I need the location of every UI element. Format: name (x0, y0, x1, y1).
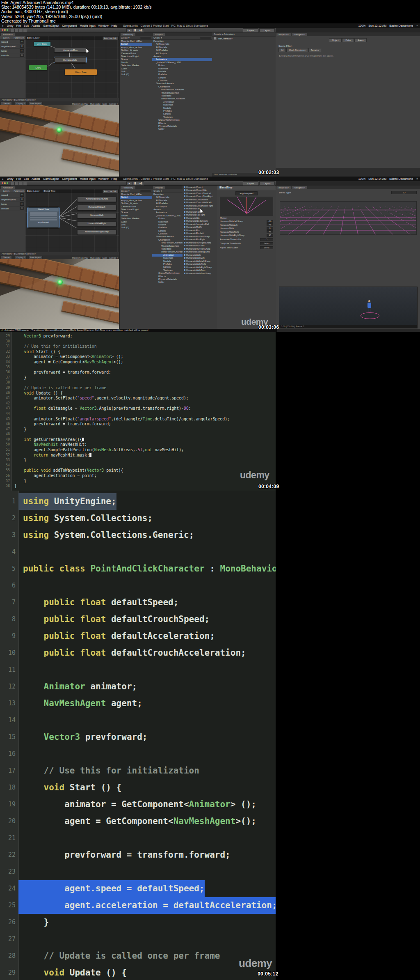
pause-button[interactable]: ▌▌ (132, 181, 138, 186)
animation-clip-item[interactable]: HumanoidIdle (183, 216, 217, 220)
project-tree-item[interactable]: CrossPlatformInput (152, 119, 212, 122)
project-tree-item[interactable]: All Prefabs (152, 202, 183, 205)
menu-item[interactable]: Edit (24, 177, 29, 180)
project-tree-item[interactable]: RollerBall (152, 94, 212, 97)
project-tree-item[interactable]: All Prefabs (152, 49, 212, 52)
tab-game[interactable]: Game (1, 102, 11, 105)
motion-row[interactable]: HumanoidWalkLeftSharp-90 (217, 220, 276, 223)
animation-clip-item[interactable]: HumanoidStandingJump (183, 250, 217, 254)
search-input[interactable] (200, 37, 211, 39)
animator-parameter[interactable]: angularspeed0 (0, 44, 25, 49)
blend-motion-node[interactable]: HumanoidWalkRightSharp (77, 230, 116, 235)
tab-hierarchy[interactable]: Hierarchy (121, 186, 135, 189)
project-tree-item[interactable]: Characters (152, 85, 212, 88)
animation-clip-item[interactable]: HumanoidRunLeft (183, 232, 217, 235)
animation-clip-item[interactable]: HumanoidJumpAndFall (183, 223, 217, 226)
tab-parameters[interactable]: Parameters (13, 189, 25, 193)
scene-filter-button[interactable]: Mesh Renderers (286, 48, 308, 52)
hierarchy-item[interactable]: Scene (120, 211, 152, 214)
blend-motion-node[interactable]: HumanoidWalkLeft (77, 205, 116, 210)
project-tree-item[interactable]: Favorites (152, 193, 183, 196)
project-tree-item[interactable]: ThirdPersonCharacter (152, 250, 183, 253)
scene-filter-button[interactable]: Terrains (308, 48, 322, 52)
menu-item[interactable]: Window (98, 177, 109, 180)
scale-tool-icon[interactable] (23, 182, 27, 186)
tab-parameters[interactable]: Parameters (13, 36, 25, 39)
menu-item[interactable]: Unity (7, 177, 14, 180)
breadcrumb-blend-tree[interactable]: Blend Tree (43, 189, 55, 193)
breadcrumb-base-layer[interactable]: Base Layer (27, 36, 39, 40)
menu-item[interactable]: Mobile Input (80, 177, 95, 180)
project-tree-item[interactable]: Controls (152, 79, 212, 82)
tab-project[interactable]: Project (153, 186, 165, 189)
animation-clip-item[interactable]: HumanoidWalkTurn (183, 269, 217, 272)
project-tree-item[interactable]: Favorites (152, 40, 212, 43)
project-tree-item[interactable]: Materials (152, 220, 183, 223)
project-tree-item[interactable]: Animators (152, 211, 183, 214)
blend-motion-node[interactable]: HumanoidWalk (77, 213, 116, 218)
rotate-tool-icon[interactable] (19, 29, 23, 32)
menu-item[interactable]: Help (111, 24, 117, 27)
window-zoom-button[interactable] (7, 182, 8, 184)
animator-parameter[interactable]: jump☐ (0, 49, 25, 53)
hierarchy-item[interactable]: Soldier_lit_auto (120, 202, 152, 205)
menu-item[interactable]: Component (62, 24, 77, 27)
apple-menu-icon[interactable]: ● (2, 25, 4, 27)
hierarchy-item[interactable]: Link (1) (120, 226, 152, 229)
menu-item[interactable]: Mobile Input (80, 24, 95, 27)
hierarchy-item[interactable]: Selection Marker (120, 217, 152, 220)
animation-clip-item[interactable]: HumanoidCrouchTurnLeft (183, 192, 217, 195)
project-tree-item[interactable]: Effects (152, 275, 183, 278)
motion-row[interactable]: HumanoidWalkRightSharp90 (217, 234, 276, 237)
blend-tree-graph[interactable]: Base Layer Blend Tree Auto Live Link Ble… (25, 189, 119, 252)
animator-parameter[interactable]: jump☐ (0, 202, 25, 207)
hierarchy-item[interactable]: Link (1) (120, 73, 152, 76)
layers-dropdown[interactable]: Layers (243, 181, 258, 186)
hierarchy-item[interactable]: Switch (120, 196, 152, 199)
hierarchy-item[interactable]: Touch (120, 61, 152, 64)
create-button[interactable]: Create ▾ (121, 190, 130, 192)
project-tree-item[interactable]: Models (152, 107, 212, 110)
project-tree-item[interactable]: Standard Assets (152, 235, 183, 238)
project-tree-item[interactable]: Editor (152, 64, 212, 67)
project-tree-item[interactable]: _IndieYO/JRevel_LITE (152, 61, 212, 64)
play-button[interactable]: ▶ (126, 181, 132, 186)
animation-clip-item[interactable]: HumanoidRunRight (183, 238, 217, 241)
motion-row[interactable]: HumanoidWalkRight45 (217, 230, 276, 234)
animation-clip-item[interactable]: HumanoidRunRightSharp (183, 241, 217, 244)
project-tree-item[interactable]: All Materials (152, 196, 183, 199)
project-tree-item[interactable]: PhysicsMaterials (152, 92, 212, 94)
animation-clip-item[interactable]: HumanoidMidAir (183, 226, 217, 229)
game-viewport[interactable] (0, 105, 119, 177)
hierarchy-item[interactable]: Switch (120, 43, 152, 46)
menu-item[interactable]: Window (98, 24, 109, 27)
animation-clip-item[interactable]: HumanoidRunTurnSharp (183, 247, 217, 250)
layers-dropdown[interactable]: Layers (243, 28, 258, 32)
project-tree-item[interactable]: All Scripts (152, 52, 212, 55)
animation-clip-item[interactable]: HumanoidRunLeftSharp (183, 235, 217, 238)
animation-clip-item[interactable]: HumanoidWalk (183, 253, 217, 257)
hierarchy-item[interactable]: Touch (120, 214, 152, 217)
motion-row[interactable]: HumanoidWalk0 (217, 227, 276, 230)
animation-clip-item[interactable]: HumanoidCrouchWalk (183, 198, 217, 201)
animation-clip-item[interactable]: HumanoidIdleJumpUp (183, 220, 217, 223)
animation-clip-item[interactable]: HumanoidWalkTurnSharp (183, 272, 217, 275)
project-tree-item[interactable]: Materials (152, 103, 212, 106)
tab-navigation[interactable]: Navigation (292, 186, 307, 189)
animator-parameter[interactable]: crouch☐ (0, 207, 25, 211)
animation-clip-item[interactable]: HumanoidRunTurn (183, 244, 217, 248)
project-tree-item[interactable]: Assets (152, 208, 183, 211)
project-tree-item[interactable]: Scripts (152, 230, 183, 232)
move-tool-icon[interactable] (15, 29, 19, 32)
hierarchy-item[interactable]: empty_door_active (120, 46, 152, 49)
apple-menu-icon[interactable]: ● (2, 178, 4, 180)
menu-item[interactable]: Assets (32, 24, 40, 27)
project-tree-item[interactable]: Prefabs (152, 263, 183, 266)
layout-dropdown[interactable]: Layout (259, 28, 275, 32)
animation-preview-pane[interactable]: 0:00 (000.0%) Frame 0 (279, 287, 418, 328)
blend-motion-node[interactable]: HumanoidWalkLeftSharp (77, 197, 116, 202)
animator-parameter[interactable]: angularspeed0 (0, 197, 25, 202)
blend-space-graph[interactable] (220, 197, 273, 216)
project-tree-item[interactable]: Effects (152, 122, 212, 125)
step-button[interactable]: ▶▌ (138, 28, 144, 32)
